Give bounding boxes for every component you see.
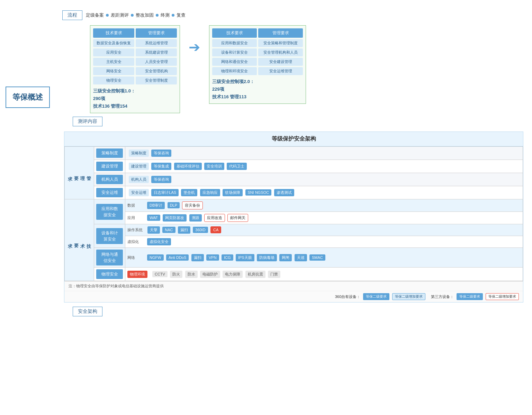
ops-header: 安全运维: [94, 186, 125, 199]
arch-label-box: 安全架构: [73, 307, 102, 316]
v2-mgmt-3: 安全建设管理: [258, 58, 303, 66]
org-tags: 机构人员 等保咨询: [125, 173, 523, 186]
mgmt-row-ops: 安全运维 安全运维 日志审计LAS 堡垒机 应急响应 驻场保障 SNI NGSO…: [65, 186, 523, 199]
flow-dot-2: [131, 14, 134, 17]
arrow: ➔: [185, 25, 204, 55]
mgmt-row-construction: 建设管理 建设管理 等保集成 基础环境评估 安全培训 代码卫士: [65, 160, 523, 173]
org-header: 机构人员: [94, 173, 125, 186]
v1-mgmt-4: 安全管理机构: [136, 67, 177, 75]
flow-step-1: 定级备案: [86, 12, 104, 18]
dengbao-label: 等保概述: [6, 87, 50, 108]
tech-row-virt: 虚拟化 虚拟化安全: [65, 236, 523, 248]
arch-label-section: 安全架构: [73, 307, 525, 316]
flow-section: 流程 定级备案 差距测评 整改加固 终测 复查: [62, 10, 525, 20]
v1-caption: 三级安全控制项1.0： 290项 技术136 管理154: [93, 87, 177, 110]
flow-dot-4: [172, 14, 174, 17]
physical-header: 物理安全: [94, 268, 125, 281]
v2-caption: 三级安全控制项2.0： 229项 技术116 管理113: [212, 78, 303, 101]
network-row: 网络 NGFW Anti DDoS 漏扫 VPN ICG IPS天眼 防病毒墙: [125, 248, 523, 268]
v1-tech-2: 应用安全: [93, 48, 134, 56]
arch-legend: 360自有设备： 等保二级要求 等保二级增加要求 第三方设备： 等保二级要求 等…: [64, 291, 523, 302]
data-row: 数据 DB审计 DLP 容灾备份: [125, 199, 523, 212]
v1-mgmt-5: 安全管理制度: [136, 76, 177, 84]
arch-note: 注：物理安全由等保防护对象或电信基础设施运营商提供: [69, 283, 519, 289]
ca-tag: CA: [210, 226, 221, 233]
policy-tags: 策略制度 等保咨询: [125, 147, 523, 160]
v2-mgmt-1: 安全策略和管理制度: [258, 39, 303, 47]
tech-row-app: 应用 WAF 网页防篡改 溯跟 应用改造 邮件网关: [65, 212, 523, 224]
ceping-section: 测评内容: [73, 117, 525, 126]
virt-row: 虚拟化 虚拟化安全: [125, 236, 523, 248]
v1-tech-1: 数据安全及备份恢复: [93, 39, 134, 47]
v2-tech-2: 设备和计算安全: [212, 48, 257, 56]
ops-tags: 安全运维 日志审计LAS 堡垒机 应急响应 驻场保障 SNI NGSOC 渗透测…: [125, 186, 523, 199]
comparison-section: 技术要求 管理要求 数据安全及备份恢复 系统运维管理 应用安全 系统建设管理 主…: [90, 25, 525, 113]
flow-dot-1: [106, 14, 109, 17]
policy-header: 策略制度: [94, 147, 125, 160]
legend-360-label: 360自有设备：: [335, 294, 360, 299]
network-header: 网络与通信安全: [94, 248, 125, 268]
v1-block: 技术要求 管理要求 数据安全及备份恢复 系统运维管理 应用安全 系统建设管理 主…: [90, 25, 180, 113]
flow-step-4: 终测: [161, 12, 170, 18]
v1-tech-4: 网络安全: [93, 67, 134, 75]
mgmt-big-label: 管理要求: [65, 147, 94, 199]
app-data-header: 应用和数据安全: [94, 199, 125, 224]
app-row: 应用 WAF 网页防篡改 溯跟 应用改造 邮件网关: [125, 212, 523, 224]
flow-label-box: 流程: [62, 10, 82, 20]
device-compute-header: 设备和计算安全: [94, 224, 125, 248]
v2-mgmt-header: 管理要求: [258, 28, 303, 38]
v1-tech-5: 物理安全: [93, 76, 134, 84]
v2-block: 技术要求 管理要求 应用和数据安全 安全策略和管理制度 设备和计算安全 安全管理…: [209, 25, 306, 104]
tech-big-label: 技术要求: [65, 199, 94, 281]
v1-mgmt-3: 人员安全管理: [136, 58, 177, 66]
tech-row-network: 网络与通信安全 网络 NGFW Anti DDoS 漏扫: [65, 248, 523, 268]
v2-tech-3: 网络和通信安全: [212, 58, 257, 66]
tech-row-os: 设备和计算安全 操作系统 天擎 NAC 漏扫 36: [65, 224, 523, 236]
flow-step-2: 差距测评: [111, 12, 129, 18]
v1-mgmt-header: 管理要求: [136, 28, 177, 38]
mgmt-row-org: 机构人员 机构人员 等保咨询: [65, 173, 523, 186]
flow-step-5: 复查: [177, 12, 186, 18]
arch-section: 等级保护安全架构 管理要求 策略制度 策略制度 等保咨询: [64, 132, 523, 303]
v2-tech-header: 技术要求: [212, 28, 257, 38]
v1-mgmt-2: 系统建设管理: [136, 48, 177, 56]
tech-row-physical: 物理安全 物理环境 CCTV 防火: [65, 268, 523, 281]
flow-dot-3: [156, 14, 159, 17]
legend-third-label: 第三方设备：: [431, 294, 454, 299]
v2-mgmt-2: 安全管理机构和人员: [258, 48, 303, 56]
construction-header: 建设管理: [94, 160, 125, 173]
os-row: 操作系统 天擎 NAC 漏扫 360ID CA: [125, 224, 523, 236]
v1-mgmt-1: 系统运维管理: [136, 39, 177, 47]
arch-title: 等级保护安全架构: [64, 132, 523, 146]
physical-row: 物理环境 CCTV 防火 防水 电磁防护 电力保障 机房抗震: [125, 268, 523, 281]
mgmt-row-policy: 管理要求 策略制度 策略制度 等保咨询: [65, 147, 523, 160]
v2-tech-4: 物理和环境安全: [212, 67, 257, 75]
construction-tags: 建设管理 等保集成 基础环境评估 安全培训 代码卫士: [125, 160, 523, 173]
v1-tech-header: 技术要求: [93, 28, 134, 38]
flow-step-3: 整改加固: [136, 12, 154, 18]
tech-row-data: 技术要求 应用和数据安全 数据 DB审计 DLP: [65, 199, 523, 212]
ceping-label-box: 测评内容: [73, 117, 102, 126]
v1-tech-3: 主机安全: [93, 58, 134, 66]
v2-mgmt-4: 安全运维管理: [258, 67, 303, 75]
v2-tech-1: 应用和数据安全: [212, 39, 257, 47]
